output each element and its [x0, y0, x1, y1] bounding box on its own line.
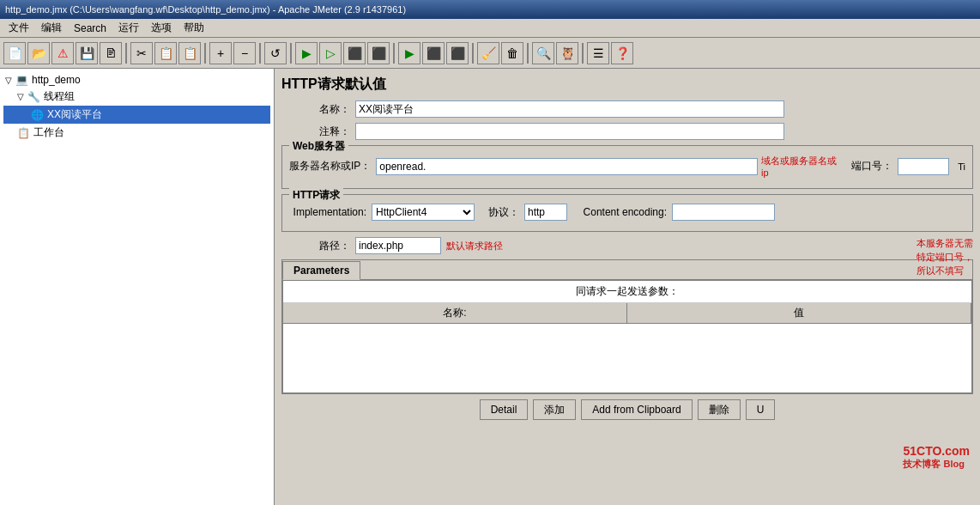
params-table: 同请求一起发送参数： 名称: 值	[282, 280, 972, 393]
play-check-button[interactable]: ▷	[319, 42, 342, 64]
sep1	[125, 43, 127, 64]
table-header: 名称: 值	[283, 303, 971, 324]
add-param-button[interactable]: 添加	[533, 399, 576, 420]
detail-button[interactable]: Detail	[480, 399, 529, 420]
title-text: http_demo.jmx (C:\Users\wangfang.wf\Desk…	[5, 4, 406, 15]
tree-item-label3: XX阅读平台	[47, 107, 102, 122]
search-button[interactable]: 🔍	[532, 42, 554, 64]
cut-button[interactable]: ✂	[130, 42, 153, 64]
name-input[interactable]	[355, 100, 784, 118]
computer-icon: 💻	[15, 74, 28, 86]
server-row: 服务器名称或IP： 域名或服务器名或ip 端口号： Ti	[289, 155, 965, 178]
col-value: 值	[627, 303, 971, 323]
tab-parameters[interactable]: Parameters	[282, 261, 360, 280]
main-container: ▽ 💻 http_demo ▽ 🔧 线程组 🌐 XX阅读平台 📋 工作台 HTT…	[0, 69, 980, 505]
ti-label: Ti	[958, 161, 965, 172]
comment-row: 注释：	[281, 123, 973, 140]
stop2-button[interactable]: ⬛	[367, 42, 390, 64]
send-with-label: 同请求一起发送参数：	[283, 281, 971, 303]
path-label: 路径：	[281, 239, 350, 253]
tab-bar: Parameters	[282, 260, 972, 280]
save-as-button[interactable]: 🖹	[100, 42, 122, 64]
tree-item-label4: 工作台	[33, 125, 64, 140]
menu-search[interactable]: Search	[69, 21, 112, 36]
impl-row: Implementation: HttpClient4 协议： Content …	[289, 204, 965, 221]
encoding-label: Content encoding:	[581, 206, 667, 218]
path-row: 路径： 默认请求路径	[281, 237, 973, 254]
watermark-line2: 技术博客 Blog	[903, 458, 970, 471]
error-button[interactable]: ⚠	[51, 42, 74, 64]
add-from-clipboard-button[interactable]: Add from Clipboard	[581, 399, 692, 420]
tree-item-label: http_demo	[32, 74, 81, 86]
tree-item-thread-group[interactable]: ▽ 🔧 线程组	[3, 88, 270, 106]
sep4	[290, 43, 292, 64]
help-button[interactable]: ❓	[611, 42, 633, 64]
sep2	[204, 43, 206, 64]
menu-options[interactable]: 选项	[146, 19, 177, 37]
server-name-input[interactable]	[376, 158, 758, 175]
stop-button[interactable]: ⬛	[343, 42, 366, 64]
server-annotation: 域名或服务器名或ip	[761, 155, 841, 178]
paste-button[interactable]: 📋	[178, 42, 201, 64]
add-button[interactable]: +	[209, 42, 232, 64]
tree-item-http-demo[interactable]: ▽ 💻 http_demo	[3, 72, 270, 88]
menu-edit[interactable]: 编辑	[36, 19, 67, 37]
comment-input[interactable]	[355, 123, 784, 140]
web-server-section: Web服务器 服务器名称或IP： 域名或服务器名或ip 端口号： Ti	[281, 145, 973, 189]
menu-run[interactable]: 运行	[113, 19, 144, 37]
remote-stop2-button[interactable]: ⬛	[446, 42, 469, 64]
port-annotation-line1: 本服务器无需	[916, 236, 973, 250]
watermark: 51CTO.com 技术博客 Blog	[903, 444, 970, 471]
title-bar: http_demo.jmx (C:\Users\wangfang.wf\Desk…	[0, 0, 980, 19]
menu-help[interactable]: 帮助	[178, 19, 209, 37]
tree-item-workbench[interactable]: 📋 工作台	[3, 124, 270, 142]
http-icon: 🌐	[31, 109, 44, 121]
menu-file[interactable]: 文件	[3, 19, 34, 37]
tree-panel: ▽ 💻 http_demo ▽ 🔧 线程组 🌐 XX阅读平台 📋 工作台	[0, 69, 275, 505]
toolbar: 📄 📂 ⚠ 💾 🖹 ✂ 📋 📋 + − ↺ ▶ ▷ ⬛ ⬛ ▶ ⬛ ⬛ 🧹 🗑 …	[0, 38, 980, 69]
tree-item-label2: 线程组	[44, 89, 75, 104]
delete-button[interactable]: 删除	[698, 399, 741, 420]
copy-button[interactable]: 📋	[154, 42, 177, 64]
sep6	[472, 43, 474, 64]
list-button[interactable]: ☰	[587, 42, 609, 64]
encoding-input[interactable]	[672, 204, 775, 221]
protocol-input[interactable]	[524, 204, 567, 221]
name-label: 名称：	[281, 102, 350, 117]
sep5	[393, 43, 395, 64]
port-input[interactable]	[898, 158, 949, 175]
impl-select[interactable]: HttpClient4	[372, 204, 475, 221]
http-request-label: HTTP请求	[289, 188, 343, 203]
http-request-section: HTTP请求 Implementation: HttpClient4 协议： C…	[281, 194, 973, 232]
expand-icon: ▽	[5, 76, 12, 85]
expand-icon2: ▽	[17, 92, 24, 101]
clear-button[interactable]: 🧹	[477, 42, 499, 64]
clear-all-button[interactable]: 🗑	[501, 42, 523, 64]
play-button[interactable]: ▶	[295, 42, 318, 64]
tree-item-xx-reader[interactable]: 🌐 XX阅读平台	[3, 106, 270, 124]
browse-button[interactable]: 🦉	[556, 42, 578, 64]
thread-icon: 🔧	[27, 91, 40, 103]
port-annotation-line3: 所以不填写	[916, 264, 973, 277]
comment-label: 注释：	[281, 125, 350, 139]
web-server-label: Web服务器	[289, 139, 348, 154]
panel-title: HTTP请求默认值	[281, 76, 973, 94]
remote-stop-button[interactable]: ⬛	[422, 42, 445, 64]
up-button[interactable]: U	[746, 399, 776, 420]
content-panel: HTTP请求默认值 名称： 注释： Web服务器 服务器名称或IP： 域名或服务…	[275, 69, 980, 505]
col-name: 名称:	[283, 303, 627, 323]
port-annotation-line2: 特定端口号，	[916, 250, 973, 264]
remove-button[interactable]: −	[233, 42, 256, 64]
port-label: 端口号：	[850, 159, 892, 173]
save-button[interactable]: 💾	[76, 42, 98, 64]
new-button[interactable]: 📄	[3, 42, 26, 64]
server-name-label: 服务器名称或IP：	[289, 159, 371, 173]
sep7	[527, 43, 529, 64]
open-button[interactable]: 📂	[27, 42, 50, 64]
sep8	[582, 43, 584, 64]
refresh-button[interactable]: ↺	[264, 42, 287, 64]
table-data	[283, 324, 971, 392]
impl-label: Implementation:	[289, 206, 366, 218]
path-input[interactable]	[355, 237, 441, 254]
remote-start-button[interactable]: ▶	[398, 42, 420, 64]
